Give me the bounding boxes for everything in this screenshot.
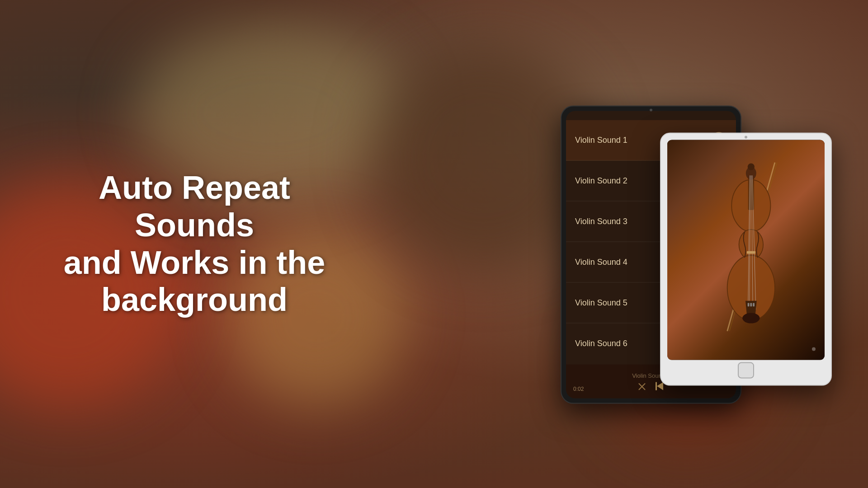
svg-point-16 bbox=[743, 313, 760, 323]
shuffle-button[interactable] bbox=[637, 382, 646, 391]
skip-triangle bbox=[657, 382, 663, 390]
song-title-6: Violin Sound 6 bbox=[575, 339, 627, 348]
devices-container: Violin Sound 1 Violin Sound 2 Violin Sou… bbox=[561, 97, 832, 404]
song-title-5: Violin Sound 5 bbox=[575, 298, 627, 308]
svg-rect-14 bbox=[750, 303, 752, 306]
hero-line-2: and Works in the bbox=[64, 244, 326, 281]
hero-line-3: background bbox=[101, 282, 288, 318]
white-tablet-home-button[interactable] bbox=[738, 362, 754, 379]
svg-rect-13 bbox=[748, 303, 750, 306]
song-title-1: Violin Sound 1 bbox=[575, 136, 627, 145]
dark-tablet-camera bbox=[650, 109, 652, 112]
player-controls bbox=[637, 382, 665, 391]
song-title-3: Violin Sound 3 bbox=[575, 217, 627, 226]
white-tablet-camera bbox=[745, 136, 747, 139]
white-tablet-screen bbox=[667, 140, 825, 360]
svg-rect-15 bbox=[753, 303, 755, 306]
song-title-2: Violin Sound 2 bbox=[575, 176, 627, 186]
white-tablet bbox=[660, 133, 832, 386]
hero-line-1: Auto Repeat Sounds bbox=[99, 169, 290, 243]
svg-point-7 bbox=[748, 163, 755, 170]
player-time: 0:02 bbox=[573, 386, 584, 392]
violin-image bbox=[667, 140, 825, 360]
hero-section: Auto Repeat Sounds and Works in the back… bbox=[36, 169, 353, 319]
violin-svg bbox=[714, 144, 801, 353]
hero-title: Auto Repeat Sounds and Works in the back… bbox=[36, 169, 353, 319]
screen-dot bbox=[812, 347, 816, 351]
song-title-4: Violin Sound 4 bbox=[575, 258, 627, 267]
svg-rect-12 bbox=[747, 251, 755, 253]
skip-back-icon bbox=[656, 382, 663, 390]
